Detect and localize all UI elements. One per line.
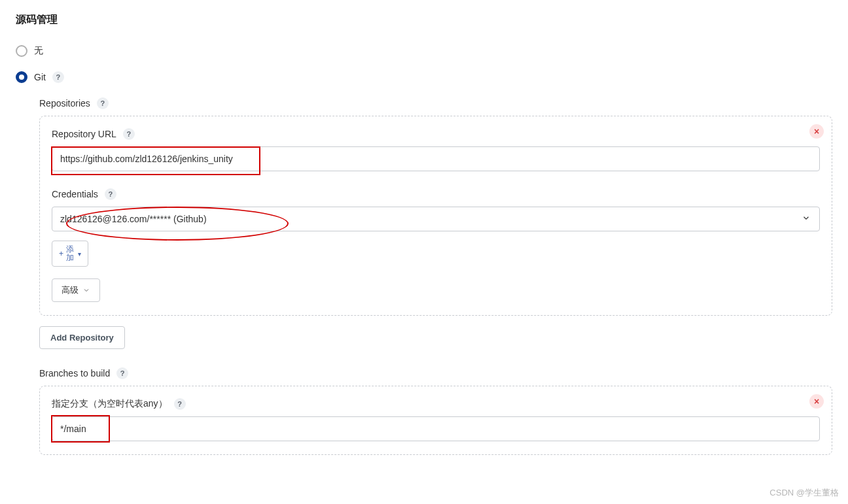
scm-option-none[interactable]: 无	[16, 45, 832, 57]
radio-git[interactable]	[16, 71, 27, 83]
credentials-value: zld126126@126.com/****** (Github)	[60, 214, 207, 224]
help-icon[interactable]: ?	[52, 71, 64, 83]
branch-spec-input[interactable]	[52, 416, 820, 441]
caret-down-icon: ▾	[78, 250, 81, 258]
help-icon[interactable]: ?	[123, 128, 135, 140]
help-icon[interactable]: ?	[97, 97, 109, 109]
credentials-select-wrap[interactable]: zld126126@126.com/****** (Github)	[52, 207, 820, 231]
branches-label-row: Branches to build ?	[39, 367, 832, 379]
add-credentials-label: 添 加	[66, 245, 74, 262]
close-icon[interactable]: ×	[809, 124, 824, 139]
advanced-label: 高级	[62, 284, 79, 296]
radio-none[interactable]	[16, 45, 27, 57]
add-credentials-button[interactable]: + 添 加 ▾	[52, 241, 88, 267]
add-repository-label: Add Repository	[50, 333, 114, 343]
branch-spec-label: 指定分支（为空时代表any）	[52, 398, 168, 410]
repo-url-label-row: Repository URL ?	[52, 128, 820, 140]
help-icon[interactable]: ?	[105, 188, 116, 200]
credentials-select[interactable]: zld126126@126.com/****** (Github)	[52, 207, 820, 231]
section-title: 源码管理	[16, 13, 832, 27]
credentials-label: Credentials	[52, 189, 98, 199]
help-icon[interactable]: ?	[174, 398, 186, 410]
plus-icon: +	[59, 249, 63, 258]
credentials-label-row: Credentials ?	[52, 188, 820, 200]
radio-git-label: Git	[34, 72, 46, 82]
radio-none-label: 无	[34, 45, 43, 57]
repo-url-input[interactable]	[52, 146, 820, 171]
repository-box: × Repository URL ? Credentials ? zld1261…	[39, 116, 832, 316]
scm-option-git[interactable]: Git ?	[16, 71, 832, 83]
repositories-label: Repositories	[39, 98, 90, 109]
branch-box: × 指定分支（为空时代表any） ?	[39, 386, 832, 455]
branch-spec-label-row: 指定分支（为空时代表any） ?	[52, 398, 820, 410]
help-icon[interactable]: ?	[116, 367, 128, 379]
chevron-down-icon	[82, 286, 90, 294]
close-icon[interactable]: ×	[809, 394, 824, 409]
add-repository-button[interactable]: Add Repository	[39, 326, 125, 349]
repo-url-label: Repository URL	[52, 129, 116, 139]
advanced-button[interactable]: 高级	[52, 278, 100, 302]
branches-label: Branches to build	[39, 368, 110, 378]
repositories-label-row: Repositories ?	[39, 97, 832, 109]
